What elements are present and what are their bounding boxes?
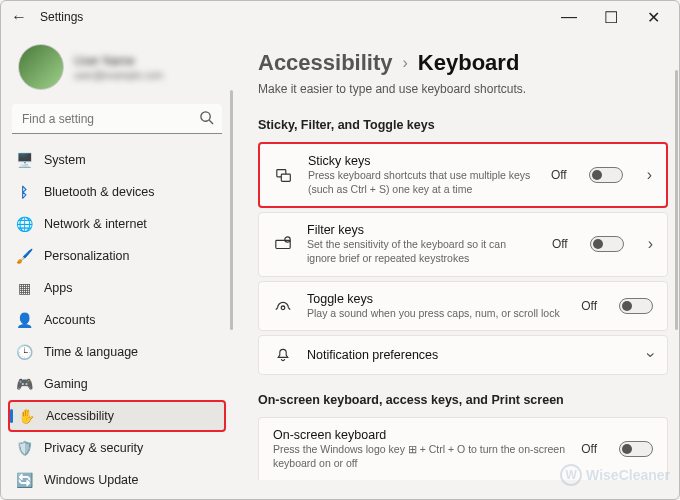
profile-name: User Name <box>74 54 163 68</box>
search-input[interactable] <box>12 104 222 134</box>
nav-list: 🖥️System ᛒBluetooth & devices 🌐Network &… <box>0 144 234 496</box>
card-description: Set the sensitivity of the keyboard so i… <box>307 238 538 265</box>
on-screen-keyboard-toggle[interactable] <box>619 441 653 457</box>
svg-line-1 <box>209 120 213 124</box>
card-description: Press keyboard shortcuts that use multip… <box>308 169 537 196</box>
card-title: Filter keys <box>307 223 538 237</box>
maximize-icon: ☐ <box>604 8 618 27</box>
sidebar-item-label: Bluetooth & devices <box>44 185 155 199</box>
network-icon: 🌐 <box>16 216 32 232</box>
svg-point-6 <box>285 237 290 242</box>
close-button[interactable]: ✕ <box>632 2 674 32</box>
chevron-right-icon[interactable]: › <box>647 166 652 184</box>
card-description: Play a sound when you press caps, num, o… <box>307 307 567 321</box>
card-title: Notification preferences <box>307 348 624 362</box>
accounts-icon: 👤 <box>16 312 32 328</box>
toggle-state-label: Off <box>581 442 597 456</box>
sidebar-item-gaming[interactable]: 🎮Gaming <box>8 368 226 400</box>
notification-preferences-card[interactable]: Notification preferences › <box>258 335 668 375</box>
sidebar-item-privacy[interactable]: 🛡️Privacy & security <box>8 432 226 464</box>
watermark-logo-icon: W <box>560 464 582 486</box>
personalization-icon: 🖌️ <box>16 248 32 264</box>
sidebar-item-time[interactable]: 🕒Time & language <box>8 336 226 368</box>
toggle-state-label: Off <box>581 299 597 313</box>
toggle-keys-card[interactable]: Toggle keys Play a sound when you press … <box>258 281 668 332</box>
sidebar-item-label: Apps <box>44 281 73 295</box>
sidebar-item-label: Accessibility <box>46 409 114 423</box>
apps-icon: ▦ <box>16 280 32 296</box>
filter-keys-card[interactable]: Filter keys Set the sensitivity of the k… <box>258 212 668 276</box>
chevron-right-icon: › <box>403 54 408 72</box>
svg-rect-3 <box>281 174 290 181</box>
sidebar: User Name user@example.com 🖥️System ᛒBlu… <box>0 34 234 500</box>
breadcrumb: Accessibility › Keyboard <box>258 34 668 76</box>
minimize-icon: — <box>561 8 577 26</box>
section-onscreen-keyboard: On-screen keyboard, access keys, and Pri… <box>258 393 668 407</box>
chevron-down-icon[interactable]: › <box>641 353 659 358</box>
bell-icon <box>273 347 293 363</box>
sidebar-item-apps[interactable]: ▦Apps <box>8 272 226 304</box>
toggle-state-label: Off <box>552 237 568 251</box>
sidebar-item-label: Network & internet <box>44 217 147 231</box>
toggle-keys-toggle[interactable] <box>619 298 653 314</box>
sidebar-item-label: System <box>44 153 86 167</box>
close-icon: ✕ <box>647 8 660 27</box>
time-icon: 🕒 <box>16 344 32 360</box>
toggle-keys-icon <box>273 297 293 315</box>
profile[interactable]: User Name user@example.com <box>0 34 234 104</box>
gaming-icon: 🎮 <box>16 376 32 392</box>
update-icon: 🔄 <box>16 472 32 488</box>
privacy-icon: 🛡️ <box>16 440 32 456</box>
section-sticky-filter-toggle: Sticky, Filter, and Toggle keys <box>258 118 668 132</box>
svg-line-9 <box>288 308 290 310</box>
svg-point-7 <box>281 306 285 310</box>
sidebar-item-bluetooth[interactable]: ᛒBluetooth & devices <box>8 176 226 208</box>
sidebar-item-label: Personalization <box>44 249 129 263</box>
watermark: W WiseCleaner <box>560 464 670 486</box>
profile-email: user@example.com <box>74 70 163 81</box>
sidebar-item-label: Privacy & security <box>44 441 143 455</box>
sticky-keys-toggle[interactable] <box>589 167 623 183</box>
sidebar-item-personalization[interactable]: 🖌️Personalization <box>8 240 226 272</box>
chevron-right-icon[interactable]: › <box>648 235 653 253</box>
card-title: Toggle keys <box>307 292 567 306</box>
sticky-keys-icon <box>274 166 294 184</box>
window-title: Settings <box>40 10 83 24</box>
avatar <box>18 44 64 90</box>
sidebar-item-accounts[interactable]: 👤Accounts <box>8 304 226 336</box>
watermark-text: WiseCleaner <box>586 467 670 483</box>
search-icon <box>199 110 214 129</box>
sidebar-item-label: Time & language <box>44 345 138 359</box>
sidebar-item-accessibility[interactable]: ✋Accessibility <box>8 400 226 432</box>
sidebar-scrollbar[interactable] <box>230 90 233 330</box>
maximize-button[interactable]: ☐ <box>590 2 632 32</box>
sidebar-item-label: Gaming <box>44 377 88 391</box>
titlebar: ← Settings — ☐ ✕ <box>0 0 680 34</box>
toggle-state-label: Off <box>551 168 567 182</box>
minimize-button[interactable]: — <box>548 2 590 32</box>
breadcrumb-current: Keyboard <box>418 50 519 76</box>
sidebar-item-update[interactable]: 🔄Windows Update <box>8 464 226 496</box>
filter-keys-icon <box>273 235 293 253</box>
sidebar-item-network[interactable]: 🌐Network & internet <box>8 208 226 240</box>
accessibility-icon: ✋ <box>18 408 34 424</box>
main-scrollbar[interactable] <box>675 70 678 330</box>
main-panel: Accessibility › Keyboard Make it easier … <box>234 34 680 500</box>
svg-line-8 <box>276 308 278 310</box>
breadcrumb-parent[interactable]: Accessibility <box>258 50 393 76</box>
search-box[interactable] <box>12 104 222 134</box>
card-title: On-screen keyboard <box>273 428 567 442</box>
system-icon: 🖥️ <box>16 152 32 168</box>
back-button[interactable]: ← <box>6 4 32 30</box>
filter-keys-toggle[interactable] <box>590 236 624 252</box>
back-arrow-icon: ← <box>11 8 27 26</box>
svg-point-0 <box>201 112 210 121</box>
sticky-keys-card[interactable]: Sticky keys Press keyboard shortcuts tha… <box>258 142 668 208</box>
card-description: Press the Windows logo key ⊞ + Ctrl + O … <box>273 443 567 470</box>
card-title: Sticky keys <box>308 154 537 168</box>
sidebar-item-label: Accounts <box>44 313 95 327</box>
bluetooth-icon: ᛒ <box>16 184 32 200</box>
sidebar-item-system[interactable]: 🖥️System <box>8 144 226 176</box>
page-subtitle: Make it easier to type and use keyboard … <box>258 82 668 96</box>
sidebar-item-label: Windows Update <box>44 473 139 487</box>
